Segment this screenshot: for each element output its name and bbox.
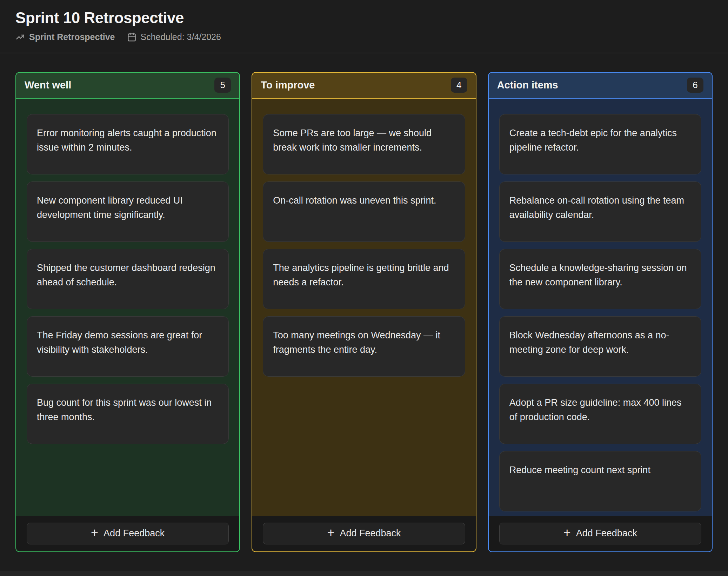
column-body: Error monitoring alerts caught a product… — [16, 99, 239, 516]
retro-column: To improve 4 Some PRs are too large — we… — [252, 72, 476, 552]
scheduled-label: Scheduled: 3/4/2026 — [141, 32, 221, 42]
add-feedback-button[interactable]: + Add Feedback — [499, 523, 701, 544]
retro-column: Action items 6 Create a tech-debt epic f… — [488, 72, 713, 552]
retro-type: Sprint Retrospective — [15, 32, 115, 42]
column-body: Create a tech-debt epic for the analytic… — [489, 99, 712, 516]
page-header: Sprint 10 Retrospective Sprint Retrospec… — [0, 0, 728, 53]
feedback-card-text: Reduce meeting count next sprint — [509, 463, 691, 477]
feedback-card[interactable]: New component library reduced UI develop… — [27, 181, 229, 242]
feedback-card[interactable]: Bug count for this sprint was our lowest… — [27, 384, 229, 444]
feedback-card[interactable]: Schedule a knowledge-sharing session on … — [499, 249, 701, 309]
feedback-card-text: Too many meetings on Wednesday — it frag… — [273, 328, 455, 357]
feedback-card[interactable]: Some PRs are too large — we should break… — [263, 114, 465, 174]
plus-icon: + — [91, 527, 98, 539]
add-feedback-button[interactable]: + Add Feedback — [263, 523, 465, 544]
feedback-card-text: Adopt a PR size guideline: max 400 lines… — [509, 396, 691, 424]
card-count-badge: 6 — [687, 78, 703, 93]
card-count-badge: 5 — [214, 78, 231, 93]
feedback-card-text: Create a tech-debt epic for the analytic… — [509, 126, 691, 155]
add-feedback-label: Add Feedback — [340, 528, 401, 539]
feedback-card-text: New component library reduced UI develop… — [37, 193, 219, 222]
feedback-card[interactable]: The Friday demo sessions are great for v… — [27, 316, 229, 377]
feedback-card[interactable]: Shipped the customer dashboard redesign … — [27, 249, 229, 309]
feedback-card-text: The analytics pipeline is getting brittl… — [273, 261, 455, 290]
column-title: Went well — [25, 79, 71, 91]
column-title: Action items — [497, 79, 558, 91]
add-feedback-label: Add Feedback — [103, 528, 165, 539]
plus-icon: + — [563, 527, 571, 539]
card-count-badge: 4 — [451, 78, 467, 93]
feedback-card-text: Rebalance on-call rotation using the tea… — [509, 193, 691, 222]
retro-column: Went well 5 Error monitoring alerts caug… — [15, 72, 240, 552]
add-feedback-label: Add Feedback — [576, 528, 637, 539]
column-footer: + Add Feedback — [489, 516, 712, 551]
retro-type-label: Sprint Retrospective — [29, 32, 115, 42]
column-header: To improve 4 — [252, 73, 475, 99]
feedback-card-text: The Friday demo sessions are great for v… — [37, 328, 219, 357]
feedback-card[interactable]: The analytics pipeline is getting brittl… — [263, 249, 465, 309]
feedback-card-text: Some PRs are too large — we should break… — [273, 126, 455, 155]
feedback-card-text: Error monitoring alerts caught a product… — [37, 126, 219, 155]
schedule-info: Scheduled: 3/4/2026 — [127, 32, 221, 42]
feedback-card-text: On-call rotation was uneven this sprint. — [273, 193, 455, 208]
column-footer: + Add Feedback — [252, 516, 475, 551]
feedback-card[interactable]: Create a tech-debt epic for the analytic… — [499, 114, 701, 174]
column-footer: + Add Feedback — [16, 516, 239, 551]
add-feedback-button[interactable]: + Add Feedback — [27, 523, 229, 544]
feedback-card-text: Block Wednesday afternoons as a no-meeti… — [509, 328, 691, 357]
column-body: Some PRs are too large — we should break… — [252, 99, 475, 516]
bottom-strip — [0, 571, 728, 576]
page-subtitle: Sprint Retrospective Scheduled: 3/4/2026 — [15, 32, 713, 42]
plus-icon: + — [327, 527, 334, 539]
feedback-card[interactable]: Adopt a PR size guideline: max 400 lines… — [499, 384, 701, 444]
feedback-card-text: Shipped the customer dashboard redesign … — [37, 261, 219, 290]
retro-board: Went well 5 Error monitoring alerts caug… — [0, 53, 728, 552]
feedback-card[interactable]: Rebalance on-call rotation using the tea… — [499, 181, 701, 242]
feedback-card[interactable]: Reduce meeting count next sprint — [499, 451, 701, 511]
feedback-card-text: Bug count for this sprint was our lowest… — [37, 396, 219, 424]
feedback-card[interactable]: Too many meetings on Wednesday — it frag… — [263, 316, 465, 377]
column-header: Went well 5 — [16, 73, 239, 99]
column-title: To improve — [261, 79, 315, 91]
column-header: Action items 6 — [489, 73, 712, 99]
feedback-card[interactable]: On-call rotation was uneven this sprint. — [263, 181, 465, 242]
feedback-card-text: Schedule a knowledge-sharing session on … — [509, 261, 691, 290]
feedback-card[interactable]: Error monitoring alerts caught a product… — [27, 114, 229, 174]
trending-up-icon — [15, 32, 25, 42]
feedback-card[interactable]: Block Wednesday afternoons as a no-meeti… — [499, 316, 701, 377]
calendar-icon — [127, 32, 136, 42]
page-title: Sprint 10 Retrospective — [15, 9, 713, 27]
